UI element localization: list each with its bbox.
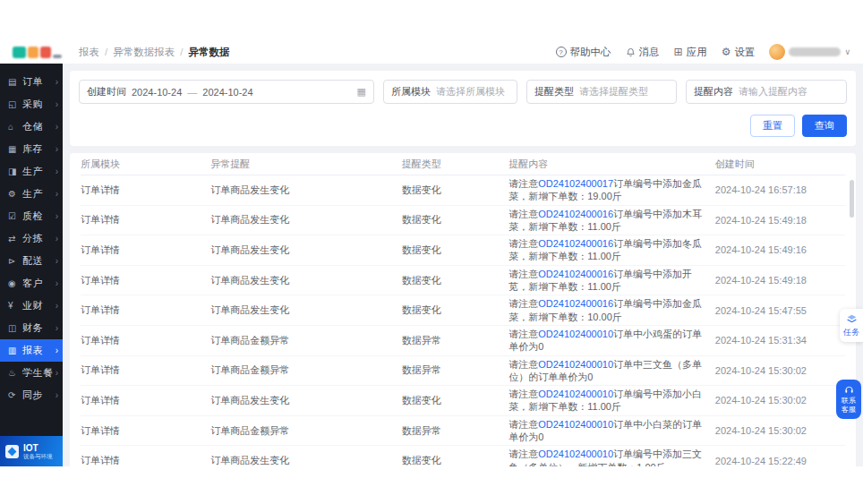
settings-button[interactable]: ⚙ 设置: [722, 46, 756, 59]
cell-type: 数据异常: [402, 363, 509, 377]
breadcrumb-separator: /: [105, 47, 107, 57]
sidebar-item[interactable]: ♨ 学生餐 ›: [0, 362, 63, 384]
breadcrumb-reports[interactable]: 报表: [79, 46, 99, 59]
chevron-right-icon: ›: [56, 189, 58, 199]
apps-button[interactable]: ⊞ 应用: [674, 46, 707, 59]
table-row[interactable]: 订单详情 订单商品发生变化 数据变化 请注意OD24102400010订单编号中…: [81, 446, 845, 466]
order-number-link[interactable]: OD24102400010: [538, 419, 613, 430]
table-row[interactable]: 订单详情 订单商品发生变化 数据变化 请注意OD24102400016订单编号中…: [81, 206, 845, 236]
user-menu[interactable]: ∨: [769, 44, 850, 60]
column-type: 提醒类型: [402, 158, 509, 171]
headset-icon: [844, 385, 854, 395]
user-name-redacted: [789, 47, 841, 56]
sidebar-item-label: 订单: [22, 75, 43, 89]
sidebar-item[interactable]: ¥ 业财 ›: [0, 295, 63, 317]
table-row[interactable]: 订单详情 订单商品金额异常 数据异常 请注意OD24102400010订单中三文…: [81, 356, 845, 387]
sidebar-item-icon: ☑: [8, 212, 20, 221]
module-select-placeholder: 请选择所属模块: [436, 85, 505, 98]
customer-service-button[interactable]: 联系客服: [836, 380, 861, 419]
order-number-link[interactable]: OD24102400016: [538, 298, 613, 309]
table-row[interactable]: 订单详情 订单商品发生变化 数据变化 请注意OD24102400016订单编号中…: [81, 295, 845, 326]
order-number-link[interactable]: OD24102400010: [538, 359, 613, 370]
cell-type: 数据变化: [402, 394, 509, 407]
column-module: 所属模块: [81, 158, 210, 171]
order-number-link[interactable]: OD24102400010: [538, 329, 613, 339]
table-row[interactable]: 订单详情 订单商品金额异常 数据异常 请注意OD24102400010订单中小鸡…: [81, 326, 845, 356]
sidebar-item-label: 配送: [22, 254, 43, 268]
sidebar-item[interactable]: ⟳ 同步 ›: [0, 384, 63, 406]
sidebar-item[interactable]: ◫ 财务 ›: [0, 317, 63, 339]
sidebar-item[interactable]: ▤ 订单 ›: [0, 71, 63, 93]
sidebar-item-icon: ¥: [8, 302, 20, 311]
alert-type-select[interactable]: 提醒类型 请选择提醒类型: [526, 80, 677, 104]
chevron-right-icon: ›: [56, 323, 58, 333]
cell-content: 请注意OD24102400016订单编号中添加冬瓜菜，新增下单数：11.00斤: [508, 237, 715, 263]
date-range-picker[interactable]: 创建时间 2024-10-24 — 2024-10-24 ▦: [79, 80, 374, 104]
sidebar-item-icon: ⇄: [8, 235, 20, 243]
search-button[interactable]: 查询: [802, 115, 847, 137]
date-range-separator: —: [187, 87, 197, 98]
order-number-link[interactable]: OD24102400016: [538, 209, 613, 219]
breadcrumb-separator: /: [180, 47, 183, 57]
chevron-right-icon: ›: [56, 167, 58, 176]
sidebar-item[interactable]: ⊳ 配送 ›: [0, 250, 63, 272]
order-number-link[interactable]: OD24102400016: [538, 269, 613, 279]
order-number-link[interactable]: OD24102400010: [538, 448, 613, 459]
table-row[interactable]: 订单详情 订单商品发生变化 数据变化 请注意OD24102400016订单编号中…: [81, 266, 845, 296]
cell-module: 订单详情: [81, 334, 210, 347]
cell-time: 2024-10-24 15:30:02: [715, 425, 845, 436]
top-header: 报表 / 异常数据报表 / 异常数据 ? 帮助中心 消息 ⊞ 应用 ⚙ 设置: [0, 40, 863, 64]
sidebar-item-icon: ◨: [8, 167, 20, 176]
sidebar-item[interactable]: ⇄ 分拣 ›: [0, 227, 63, 250]
sidebar-item[interactable]: ▦ 库存 ›: [0, 138, 63, 160]
alert-content-input[interactable]: 提醒内容 请输入提醒内容: [686, 80, 847, 104]
reset-button[interactable]: 重置: [750, 115, 795, 137]
order-number-link[interactable]: OD24102400016: [538, 238, 613, 249]
iot-panel[interactable]: IOT 设备与环境: [0, 436, 63, 466]
sidebar-item[interactable]: ⌂ 仓储 ›: [0, 115, 63, 138]
table-row[interactable]: 订单详情 订单商品发生变化 数据变化 请注意OD24102400016订单编号中…: [81, 235, 845, 266]
messages-button[interactable]: 消息: [626, 46, 660, 59]
date-start-value: 2024-10-24: [132, 87, 182, 98]
module-select-label: 所属模块: [391, 85, 431, 98]
cell-module: 订单详情: [81, 454, 210, 466]
sidebar-item-label: 财务: [22, 321, 43, 335]
table-row[interactable]: 订单详情 订单商品金额异常 数据异常 请注意OD24102400010订单中小白…: [81, 416, 845, 447]
chevron-right-icon: ›: [56, 368, 58, 378]
cell-content: 请注意OD24102400010订单中小白菜的订单单价为0: [508, 418, 715, 444]
sidebar-item[interactable]: ◉ 客户 ›: [0, 272, 63, 295]
chevron-right-icon: ›: [56, 211, 58, 221]
column-alert: 异常提醒: [210, 158, 402, 171]
sidebar-item[interactable]: ◨ 生产 ›: [0, 160, 63, 183]
cell-type: 数据变化: [402, 184, 509, 197]
order-number-link[interactable]: OD24102400010: [538, 389, 613, 399]
cell-content: 请注意OD24102400010订单编号中添加三文鱼（多单位），新增下单数：1.…: [508, 448, 715, 466]
sidebar: ▤ 订单 › ◱ 采购 › ⌂ 仓储 ›: [0, 64, 63, 466]
help-center-button[interactable]: ? 帮助中心: [556, 46, 611, 59]
table-scrollbar[interactable]: [850, 180, 854, 218]
sidebar-item-label: 客户: [22, 277, 43, 290]
table-row[interactable]: 订单详情 订单商品发生变化 数据变化 请注意OD24102400010订单编号中…: [81, 386, 845, 416]
cell-module: 订单详情: [81, 213, 210, 226]
bell-icon: [626, 47, 636, 57]
module-select[interactable]: 所属模块 请选择所属模块: [383, 80, 517, 104]
layers-icon: [846, 313, 858, 325]
sidebar-item[interactable]: ◱ 采购 ›: [0, 93, 63, 115]
order-number-link[interactable]: OD24102400017: [538, 178, 613, 189]
sidebar-item[interactable]: ▥ 报表 ›: [0, 339, 63, 362]
cell-alert: 订单商品发生变化: [210, 213, 402, 226]
tasks-float-button[interactable]: 任务: [840, 309, 863, 342]
cell-module: 订单详情: [81, 363, 210, 377]
cell-module: 订单详情: [81, 303, 210, 317]
cell-alert: 订单商品金额异常: [210, 363, 402, 377]
cell-time: 2024-10-24 15:30:02: [715, 365, 845, 376]
sidebar-item[interactable]: ⚙ 生产 ›: [0, 183, 63, 205]
sidebar-item-label: 质检: [22, 209, 43, 223]
table-row[interactable]: 订单详情 订单商品发生变化 数据变化 请注意OD24102400017订单编号中…: [81, 175, 845, 206]
chevron-right-icon: ›: [56, 278, 58, 288]
breadcrumb-exception-report[interactable]: 异常数据报表: [113, 46, 175, 59]
breadcrumb-current: 异常数据: [188, 46, 229, 59]
column-content: 提醒内容: [508, 158, 715, 170]
sidebar-item[interactable]: ☑ 质检 ›: [0, 205, 63, 227]
chevron-right-icon: ›: [56, 122, 58, 132]
